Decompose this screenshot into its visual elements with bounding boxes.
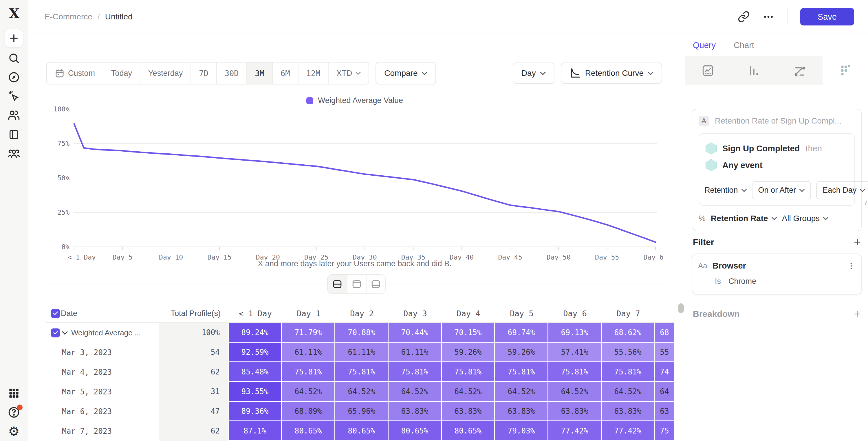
filter-value[interactable]: Chrome <box>728 277 756 286</box>
date-range-xtd[interactable]: XTD <box>328 63 369 84</box>
column-header-day[interactable]: Day 3 <box>389 305 442 323</box>
retention-cell-clipped[interactable]: 63 <box>655 402 674 421</box>
retention-line[interactable] <box>74 124 655 242</box>
save-button[interactable]: Save <box>800 8 854 26</box>
retention-cell[interactable]: 65.96% <box>335 402 389 421</box>
layout-chart-only-button[interactable] <box>347 275 366 293</box>
column-header-day[interactable]: Day 2 <box>335 305 389 323</box>
sidebar-item-explore[interactable] <box>5 68 23 87</box>
tab-query[interactable]: Query <box>693 40 716 57</box>
layout-table-only-button[interactable] <box>366 275 385 293</box>
retention-cell[interactable]: 89.24% <box>229 323 282 343</box>
compare-button[interactable]: Compare <box>375 62 436 85</box>
retention-cell[interactable]: 75.81% <box>282 362 335 382</box>
retention-cell[interactable]: 77.42% <box>601 421 655 441</box>
row-label[interactable]: Mar 3, 2023 <box>61 343 159 362</box>
chart-type-line[interactable] <box>685 56 731 85</box>
table-scrollbar[interactable] <box>678 303 684 313</box>
retention-cell[interactable]: 64.52% <box>389 382 442 402</box>
column-header-total[interactable]: Total Profile(s) <box>159 305 229 323</box>
tab-chart[interactable]: Chart <box>734 40 754 57</box>
chart-type-retention[interactable] <box>823 56 868 85</box>
row-label[interactable]: Mar 5, 2023 <box>61 382 159 402</box>
retention-cell[interactable]: 92.59% <box>229 343 282 362</box>
retention-cell[interactable]: 64.52% <box>495 382 548 402</box>
chart-type-bar[interactable] <box>731 56 777 85</box>
retention-cell[interactable]: 75.81% <box>601 362 655 382</box>
column-header-date[interactable]: Date <box>61 305 159 323</box>
first-event-row[interactable]: Sign Up Completed then <box>705 140 849 157</box>
chart-type-flow[interactable] <box>777 56 824 85</box>
app-logo[interactable]: X <box>9 6 19 22</box>
kebab-menu-icon[interactable] <box>847 261 856 270</box>
retention-cell[interactable]: 80.65% <box>389 421 442 441</box>
first-event-name[interactable]: Sign Up Completed <box>722 144 800 153</box>
retention-cell[interactable]: 64.52% <box>601 382 655 402</box>
retention-cell[interactable]: 79.03% <box>495 421 548 441</box>
retention-cell[interactable]: 85.48% <box>229 362 282 382</box>
apps-grid-button[interactable] <box>5 384 23 403</box>
new-report-button[interactable] <box>5 29 23 48</box>
retention-cell[interactable]: 71.79% <box>282 323 335 343</box>
breadcrumb-page[interactable]: Untitled <box>105 12 133 22</box>
row-label[interactable]: Weighted Average ... <box>61 323 159 343</box>
add-breakdown-icon[interactable] <box>852 309 862 319</box>
date-range-today[interactable]: Today <box>103 63 140 84</box>
retention-cell[interactable]: 75.81% <box>495 362 548 382</box>
legend-item[interactable]: Weighted Average Value <box>306 96 403 105</box>
retention-cell[interactable]: 75.81% <box>335 362 389 382</box>
retention-cell[interactable]: 63.83% <box>442 402 495 421</box>
operator-dropdown[interactable]: On or After <box>752 181 811 199</box>
date-range-6m[interactable]: 6M <box>272 63 298 84</box>
column-header-day[interactable]: Day 7 <box>601 305 655 323</box>
retention-cell[interactable]: 75.81% <box>442 362 495 382</box>
retention-cell[interactable]: 55.56% <box>601 343 655 362</box>
interval-dropdown[interactable]: Each Day <box>816 181 868 199</box>
retention-cell-clipped[interactable]: 68 <box>655 323 674 343</box>
row-checkbox[interactable] <box>51 328 60 338</box>
filter-card[interactable]: Aa Browser Is Chrome <box>692 253 862 294</box>
metric-dropdown[interactable]: Retention Rate <box>711 214 777 223</box>
row-label[interactable]: Mar 6, 2023 <box>61 402 159 421</box>
retention-cell[interactable]: 93.55% <box>229 382 282 402</box>
row-label[interactable]: Mar 4, 2023 <box>61 362 159 382</box>
sidebar-item-events[interactable] <box>5 87 23 106</box>
retention-cell[interactable]: 70.15% <box>442 323 495 343</box>
date-range-30d[interactable]: 30D <box>216 63 247 84</box>
breadcrumb-project[interactable]: E-Commerce <box>44 12 92 22</box>
help-button[interactable] <box>5 403 23 422</box>
chart-type-dropdown[interactable]: Retention Curve <box>561 63 662 84</box>
column-header-day[interactable]: Day 5 <box>495 305 548 323</box>
granularity-dropdown[interactable]: Day <box>513 63 554 84</box>
retention-cell-clipped[interactable]: 55 <box>655 343 674 362</box>
retention-cell[interactable]: 68.62% <box>601 323 655 343</box>
retention-cell-clipped[interactable]: 64 <box>655 382 674 402</box>
retention-cell[interactable]: 70.44% <box>389 323 442 343</box>
retention-cell[interactable]: 80.65% <box>335 421 389 441</box>
add-filter-icon[interactable] <box>852 238 862 247</box>
retention-cell[interactable]: 70.88% <box>335 323 389 343</box>
retention-cell[interactable]: 69.13% <box>548 323 601 343</box>
sidebar-item-cohorts[interactable] <box>5 144 23 163</box>
retention-cell[interactable]: 77.42% <box>548 421 601 441</box>
retention-cell[interactable]: 69.74% <box>495 323 548 343</box>
retention-cell[interactable]: 75.81% <box>389 362 442 382</box>
sidebar-item-reports[interactable] <box>5 125 23 144</box>
date-range-12m[interactable]: 12M <box>298 63 328 84</box>
retention-cell[interactable]: 63.83% <box>389 402 442 421</box>
retention-cell[interactable]: 59.26% <box>442 343 495 362</box>
sidebar-item-profiles[interactable] <box>5 106 23 125</box>
sidebar-item-search[interactable] <box>5 49 23 68</box>
date-range-3m[interactable]: 3M <box>246 63 272 84</box>
retention-cell[interactable]: 64.52% <box>335 382 389 402</box>
retention-cell[interactable]: 59.26% <box>495 343 548 362</box>
date-range-7d[interactable]: 7D <box>190 63 216 84</box>
query-title[interactable]: Retention Rate of Sign Up Compl... <box>715 116 841 126</box>
date-range-custom[interactable]: Custom <box>47 63 103 84</box>
copy-link-button[interactable] <box>738 11 750 23</box>
retention-cell[interactable]: 61.11% <box>389 343 442 362</box>
filter-operator[interactable]: Is <box>715 277 721 286</box>
more-options-button[interactable] <box>763 11 774 23</box>
select-all-checkbox[interactable] <box>51 309 60 318</box>
retention-chart[interactable]: 0%25%50%75%100%< 1 DayDay 5Day 10Day 15D… <box>46 104 663 260</box>
